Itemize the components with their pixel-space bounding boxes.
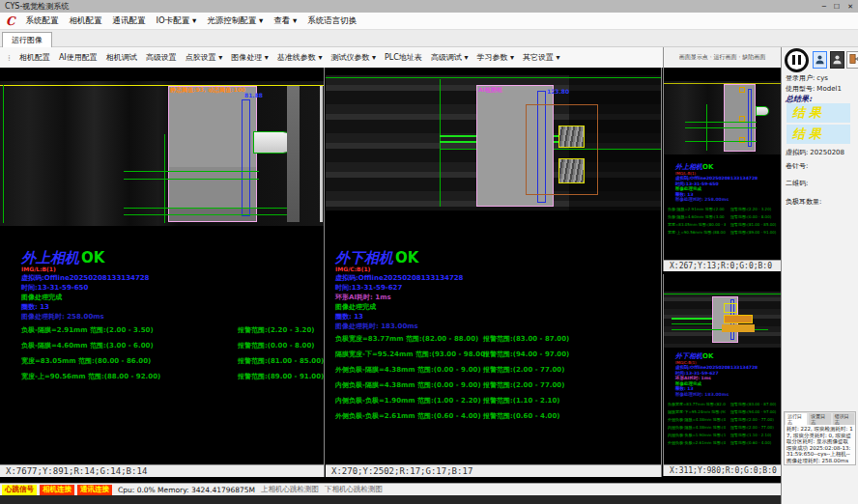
- toolbar-item[interactable]: 相机配置: [19, 52, 50, 63]
- threshold-label: 静态阈值:93, 动态阈值:100: [170, 86, 245, 95]
- pause-button[interactable]: [785, 48, 809, 72]
- toolbar-item[interactable]: 测试仪参数 ▾: [330, 52, 376, 63]
- toolbar-item[interactable]: 基准线参数 ▾: [277, 52, 323, 63]
- login-user-row: 登录用户:cys: [786, 73, 828, 83]
- measurement-value: 宽度=83.05mm 范围:(80.00 - 86.00): [21, 356, 151, 366]
- measurement-value: 外侧负极-负极=2.61mm 范围:(0.60 - 4.00): [335, 411, 481, 421]
- menu-item[interactable]: IO卡配置 ▾: [157, 15, 197, 27]
- measurement-row: 宽度=83.05mm 范围:(80.00 - 86.00) 报警范围:(81.0…: [668, 222, 780, 230]
- measurement-row: 宽度=83.05mm 范围:(80.00 - 86.00) 报警范围:(81.0…: [0, 356, 324, 372]
- pause-icon: [792, 55, 795, 65]
- info-line: 圈数: 13: [335, 312, 464, 322]
- menu-item[interactable]: 光源控制配置 ▾: [207, 15, 263, 27]
- log-tab[interactable]: 设置日志: [809, 413, 830, 425]
- toolbar-item[interactable]: 高级调试 ▾: [431, 52, 469, 63]
- toolbar-item[interactable]: PLC地址表: [385, 52, 422, 63]
- menu-item[interactable]: 相机配置: [70, 15, 102, 27]
- camera-name: 外上相机: [675, 163, 702, 171]
- measure-line-green: [440, 79, 441, 207]
- measure-value-blue: 81.88: [244, 92, 263, 98]
- preview-panel-upper: 外上相机OK IMG/L:B(1) 虚拟码:Offline20250208133…: [663, 68, 781, 271]
- toolbar-item[interactable]: 高级设置: [146, 52, 177, 63]
- measure-line-green: [164, 134, 165, 223]
- camera-name: 外上相机: [21, 249, 79, 266]
- highlight-orange: [724, 315, 753, 323]
- result-ok-badge: OK: [395, 249, 418, 266]
- info-line: 图像处理耗时: 258.00ms: [21, 312, 150, 322]
- log-text: 耗时: 222, 瑕疵检测耗时: 17, 瑕疵分类耗时: 0, 瑕疵提取分区耗时…: [785, 425, 855, 464]
- ai-roi-label: AI检测框: [478, 86, 502, 95]
- model-value[interactable]: Model1: [816, 85, 841, 93]
- tab-detect-box-yellow: [558, 158, 585, 183]
- toolbar-item[interactable]: 相机调试: [106, 52, 137, 63]
- toolbar-item[interactable]: 图像处理 ▾: [231, 52, 269, 63]
- info-line: 图像处理耗时: 183.00ms: [335, 322, 464, 331]
- right-sidebar: 登录用户:cys 使用型号:Model1 总结果: 结果 结果 虚拟码:2025…: [781, 47, 858, 504]
- info-line: 图像处理耗时: 183.00ms: [675, 392, 758, 398]
- tab-detect-box-yellow: [558, 126, 585, 148]
- menu-item[interactable]: 系统语言切换: [307, 15, 357, 27]
- info-line: 圈数: 13: [21, 302, 150, 312]
- measurement-value: 负极宽度=83.77mm 范围:(82.00 - 88.00): [668, 402, 726, 409]
- alarm-range: 报警范围:(2.20 - 3.20): [730, 207, 771, 214]
- marker-orange: [739, 87, 745, 93]
- toolbar-item[interactable]: 其它设置 ▾: [523, 52, 560, 63]
- login-user-value: cys: [816, 74, 828, 82]
- alarm-range: 报警范围:(2.00 - 77.00): [483, 380, 564, 390]
- window-title: CYS-视觉检测系统: [5, 1, 69, 12]
- measure-line-green: [672, 318, 712, 320]
- login-user-button[interactable]: [813, 51, 827, 69]
- minimize-button[interactable]: ─: [822, 3, 826, 11]
- tab-metal-piece: [757, 107, 768, 115]
- result-box-1: 结果: [786, 103, 850, 123]
- measurement-row: 外侧负极-隔膜=4.38mm 范围:(0.00 - 9.00) 报警范围:(2.…: [668, 417, 780, 425]
- pixel-coordinate-bar: X:311;Y:980;R:0;G:0;B:0: [664, 464, 781, 476]
- alarm-range: 报警范围:(0.00 - 8.00): [238, 341, 315, 350]
- alarm-range: 报警范围:(0.60 - 4.00): [730, 440, 771, 448]
- measurement-value: 负极-隔膜=2.91mm 范围:(2.00 - 3.50): [668, 207, 726, 214]
- tab-run-image[interactable]: 运行图像: [2, 32, 52, 47]
- camera-image-lower[interactable]: AI检测框 123.80: [326, 75, 661, 210]
- measurement-row: 内侧负极-隔膜=4.38mm 范围:(0.00 - 9.00) 报警范围:(2.…: [326, 380, 661, 396]
- measurement-row: 外侧负极-负极=2.61mm 范围:(0.60 - 4.00) 报警范围:(0.…: [668, 440, 780, 448]
- info-line: 时间:13-31-59-650: [21, 283, 150, 293]
- toolbar-item[interactable]: 点胶设置 ▾: [186, 52, 223, 63]
- info-line: 虚拟码:Offline20250208133134728: [335, 273, 464, 283]
- toolbar-item[interactable]: 学习参数 ▾: [476, 52, 514, 63]
- exit-button[interactable]: [846, 51, 858, 69]
- maximize-button[interactable]: ☐: [834, 3, 840, 11]
- pixel-coordinate-bar: X:270;Y:2502;R:17;G:17;B:17: [326, 464, 661, 477]
- measure-line-green: [672, 323, 712, 324]
- toolbar-item[interactable]: AI使用配置: [59, 52, 98, 63]
- menu-item[interactable]: 系统配置: [26, 15, 59, 27]
- user-icon: [815, 54, 825, 67]
- baseline-green: [326, 77, 661, 78]
- pixel-coordinate-bar: X:267;Y:13;R:0;G:0;B:0: [664, 260, 781, 271]
- status-badge: 心跳信号: [2, 485, 37, 495]
- measurement-row: 隔膜宽度-下=95.24mm 范围:(93.00 - 98.00) 报警范围:(…: [326, 350, 661, 365]
- measurement-row: 负极-隔膜=2.91mm 范围:(2.00 - 3.50) 报警范围:(2.20…: [668, 207, 780, 214]
- login-user-label: 登录用户:: [786, 74, 815, 82]
- measurement-row: 内侧负极-负极=1.90mm 范围:(1.00 - 2.20) 报警范围:(1.…: [326, 396, 661, 411]
- model-label: 使用型号:: [786, 85, 815, 93]
- measurement-value: 宽度-上=90.56mm 范围:(88.00 - 92.00): [668, 230, 726, 238]
- alarm-range: 报警范围:(81.00 - 85.00): [238, 356, 324, 366]
- measurement-value: 宽度=83.05mm 范围:(80.00 - 86.00): [668, 222, 726, 230]
- preview-image-lower[interactable]: [664, 292, 781, 348]
- log-tab[interactable]: 运行日志: [786, 413, 807, 425]
- log-tab[interactable]: 错误日志: [833, 413, 854, 425]
- measurement-value: 隔膜宽度-下=95.24mm 范围:(93.00 - 98.00): [335, 350, 488, 359]
- status-badge: 通讯连接: [77, 485, 112, 495]
- measurement-value: 宽度-上=90.56mm 范围:(88.00 - 92.00): [21, 372, 160, 381]
- preview-image-upper[interactable]: [664, 81, 781, 154]
- close-button[interactable]: ✕: [847, 3, 853, 11]
- app-window: CYS-视觉检测系统 ─ ☐ ✕ C 系统配置相机配置通讯配置IO卡配置 ▾光源…: [0, 0, 858, 504]
- alarm-range: 报警范围:(0.00 - 8.00): [730, 214, 771, 222]
- measure-line-green: [124, 179, 259, 180]
- camera-image-upper[interactable]: 静态阈值:93, 动态阈值:100 81.88: [0, 81, 324, 226]
- alarm-range: 报警范围:(2.00 - 77.00): [483, 365, 564, 375]
- menu-item[interactable]: 查看 ▾: [273, 15, 297, 27]
- operator-button[interactable]: [830, 51, 844, 69]
- virtual-code-label: 虚拟码:: [786, 149, 808, 156]
- menu-item[interactable]: 通讯配置: [113, 15, 146, 27]
